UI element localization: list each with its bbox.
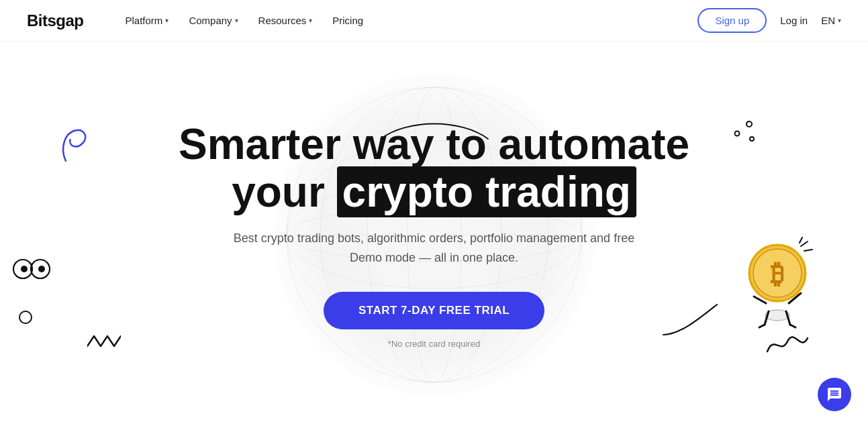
- hero-content: Smarter way to automate your crypto trad…: [179, 121, 689, 348]
- deco-circle-small: [19, 311, 32, 324]
- svg-line-25: [790, 325, 795, 327]
- svg-point-10: [21, 266, 28, 272]
- company-chevron-icon: ▾: [235, 17, 238, 24]
- svg-point-9: [31, 260, 50, 278]
- svg-point-14: [750, 137, 754, 141]
- nav-resources[interactable]: Resources ▾: [250, 11, 321, 30]
- svg-line-20: [800, 237, 802, 243]
- svg-point-12: [746, 121, 752, 127]
- lang-chevron-icon: ▾: [838, 17, 841, 24]
- deco-bitcoin: ₿: [740, 236, 814, 333]
- svg-line-18: [801, 242, 808, 246]
- svg-point-11: [38, 266, 45, 272]
- svg-line-27: [789, 293, 801, 303]
- svg-point-13: [735, 131, 740, 136]
- deco-wave: [764, 328, 814, 361]
- hero-subtitle: Best crypto trading bots, algorithmic or…: [233, 229, 636, 268]
- deco-dots: [730, 119, 757, 148]
- nav-platform[interactable]: Platform ▾: [117, 11, 177, 30]
- navbar: Bitsgap Platform ▾ Company ▾ Resources ▾…: [0, 0, 868, 42]
- logo[interactable]: Bitsgap: [27, 11, 84, 30]
- nav-company[interactable]: Company ▾: [181, 11, 246, 30]
- hero-section: ₿ Smarter way t: [0, 42, 868, 428]
- deco-eyes: [12, 256, 51, 284]
- svg-line-24: [759, 325, 765, 327]
- nav-links: Platform ▾ Company ▾ Resources ▾ Pricing: [117, 11, 698, 30]
- svg-text:₿: ₿: [771, 259, 784, 288]
- cta-container: START 7-DAY FREE TRIAL: [179, 292, 689, 339]
- svg-line-26: [754, 297, 766, 303]
- svg-line-23: [786, 311, 790, 325]
- resources-chevron-icon: ▾: [309, 17, 312, 24]
- svg-point-16: [753, 249, 802, 297]
- language-selector[interactable]: EN ▾: [821, 15, 841, 26]
- chat-bubble-button[interactable]: [818, 378, 851, 411]
- signup-button[interactable]: Sign up: [697, 8, 767, 33]
- no-card-note: *No credit card required: [179, 339, 689, 349]
- nav-right: Sign up Log in EN ▾: [697, 8, 841, 33]
- svg-line-19: [804, 250, 812, 251]
- hero-title: Smarter way to automate your crypto trad…: [179, 121, 689, 215]
- platform-chevron-icon: ▾: [165, 17, 168, 24]
- deco-swirl: [53, 123, 97, 175]
- svg-line-22: [765, 311, 769, 325]
- svg-point-15: [749, 245, 806, 301]
- nav-pricing[interactable]: Pricing: [324, 11, 371, 30]
- svg-point-21: [765, 310, 789, 321]
- deco-zigzag: [87, 333, 121, 354]
- login-button[interactable]: Log in: [775, 9, 813, 32]
- svg-point-8: [13, 260, 32, 278]
- hero-title-line2: your crypto trading: [232, 166, 636, 217]
- trial-button[interactable]: START 7-DAY FREE TRIAL: [324, 292, 544, 329]
